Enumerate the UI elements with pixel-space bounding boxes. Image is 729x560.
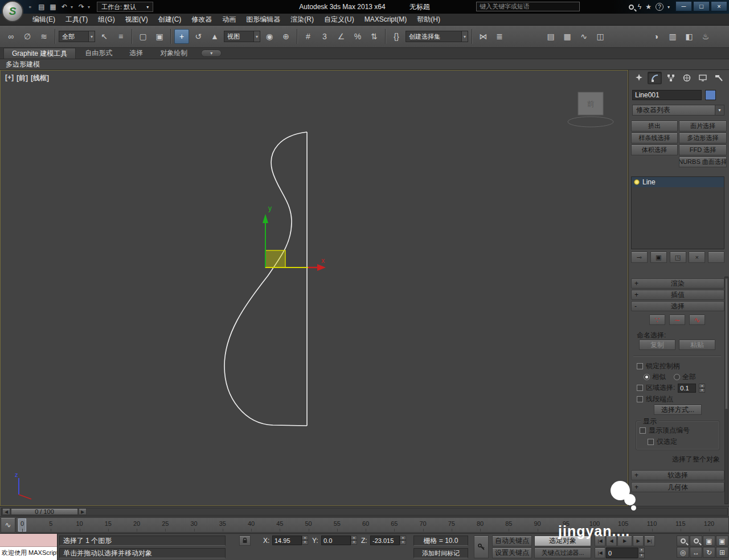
open-file-icon[interactable]: ▤ xyxy=(36,2,47,12)
line001-spline[interactable] xyxy=(224,132,307,426)
key-mode-toggle-icon[interactable]: |◀ xyxy=(595,547,605,558)
object-color-swatch[interactable] xyxy=(705,90,716,100)
rollout-geometry[interactable]: + 几何体 xyxy=(631,482,724,492)
workspace-dropdown[interactable]: 工作台: 默认 ▾ xyxy=(97,2,153,12)
next-frame-icon[interactable]: ▶ xyxy=(633,536,644,546)
manage-layers-icon[interactable]: ▤ xyxy=(543,29,558,44)
z-value[interactable]: -23.015 xyxy=(370,536,400,545)
stack-row-line[interactable]: Line xyxy=(632,177,724,187)
vertex-subobject-button[interactable]: ∵ xyxy=(649,315,665,325)
material-editor-icon[interactable]: ◑ xyxy=(649,29,664,44)
viewport-general-menu[interactable]: [+] xyxy=(5,73,14,83)
help-caret-icon[interactable]: ▾ xyxy=(667,5,670,10)
motion-tab[interactable] xyxy=(679,72,694,84)
curve-editor-icon[interactable]: ∿ xyxy=(576,29,591,44)
menu-item-4[interactable]: 创建(C) xyxy=(153,14,187,26)
z-coordinate-field[interactable]: -23.015 ▴▾ xyxy=(370,536,406,545)
menu-item-1[interactable]: 工具(T) xyxy=(60,14,93,26)
select-and-rotate-icon[interactable]: ↺ xyxy=(191,29,206,44)
move-gizmo[interactable]: y x xyxy=(263,204,326,271)
minimize-button[interactable]: ─ xyxy=(675,1,692,11)
menu-item-6[interactable]: 动画 xyxy=(217,14,241,26)
configure-modifier-sets-icon[interactable] xyxy=(708,252,724,263)
segment-subobject-button[interactable]: ∼ xyxy=(669,315,685,325)
rollout-rendering[interactable]: + 渲染 xyxy=(631,278,724,289)
mini-curve-editor-icon[interactable]: ∿ xyxy=(1,517,15,533)
modifier-button-面片选择[interactable]: 面片选择 xyxy=(679,121,727,131)
spinner-snap-toggle-icon[interactable]: ⇅ xyxy=(367,29,382,44)
menu-item-3[interactable]: 视图(V) xyxy=(120,14,153,26)
search-icon[interactable] xyxy=(629,5,634,10)
keyboard-shortcut-override-toggle-icon[interactable]: # xyxy=(301,29,316,44)
x-coordinate-field[interactable]: 14.95 ▴▾ xyxy=(272,536,308,545)
redo-icon[interactable]: ↷ xyxy=(76,2,87,12)
zoom-icon[interactable] xyxy=(677,536,689,546)
close-button[interactable]: × xyxy=(711,1,727,11)
remove-modifier-icon[interactable]: × xyxy=(689,252,705,263)
rollout-interpolation[interactable]: + 插值 xyxy=(631,290,724,300)
window-crossing-toggle-icon[interactable]: ▣ xyxy=(152,29,167,44)
3dsmax-logo-icon[interactable]: S xyxy=(2,1,23,22)
panel-scrollbar-thumb[interactable] xyxy=(725,278,728,409)
menu-item-0[interactable]: 编辑(E) xyxy=(27,14,60,26)
infocenter-search-input[interactable]: 键入关键字或短语 xyxy=(476,2,580,11)
spline-subobject-button[interactable]: ∿ xyxy=(689,315,705,325)
render-production-icon[interactable]: ♨ xyxy=(698,29,713,44)
z-spinner[interactable]: ▴▾ xyxy=(400,536,406,545)
named-selection-sets-dropdown[interactable]: 创建选择集▾ xyxy=(406,31,468,42)
angle-snap-toggle-icon[interactable]: ∠ xyxy=(334,29,349,44)
undo-dropdown-icon[interactable]: ▾ xyxy=(71,5,75,10)
x-value[interactable]: 14.95 xyxy=(272,536,302,545)
y-value[interactable]: 0.0 xyxy=(321,536,351,545)
viewport-pov-menu[interactable]: [前] xyxy=(17,73,28,83)
select-by-name-icon[interactable]: ≡ xyxy=(113,29,128,44)
favorites-star-icon[interactable]: ★ xyxy=(645,3,652,11)
maximize-viewport-toggle-icon[interactable]: ⊞ xyxy=(716,547,728,558)
go-to-end-icon[interactable]: ▶| xyxy=(644,536,655,546)
menu-item-8[interactable]: 渲染(R) xyxy=(285,14,319,26)
maximize-button[interactable]: □ xyxy=(693,1,710,11)
macro-recorder-field[interactable] xyxy=(0,534,57,547)
similar-radio[interactable] xyxy=(644,374,650,380)
menu-item-5[interactable]: 修改器 xyxy=(186,14,217,26)
ribbon-tab-object-paint[interactable]: 对象绘制 xyxy=(152,48,195,59)
modifier-button-样条线选择[interactable]: 样条线选择 xyxy=(631,133,678,143)
ribbon-tab-selection[interactable]: 选择 xyxy=(121,48,151,59)
ribbon-panel-polygon-modeling[interactable]: 多边形建模 xyxy=(0,59,729,70)
new-scene-icon[interactable]: ▫ xyxy=(25,2,35,12)
modifier-button-NURBS 曲面选择[interactable]: NURBS 曲面选择 xyxy=(679,157,727,167)
make-unique-icon[interactable]: ◳ xyxy=(670,252,686,263)
zoom-all-icon[interactable] xyxy=(690,536,702,546)
add-time-tag-field[interactable]: 添加时间标记 xyxy=(413,548,468,558)
key-filters-button[interactable]: 关键点过滤器... xyxy=(534,547,591,558)
viewcube[interactable]: 前 xyxy=(568,92,613,127)
save-file-icon[interactable]: ▦ xyxy=(48,2,58,12)
selection-filter-dropdown[interactable]: 全部▾ xyxy=(59,31,95,42)
ribbon-minimize-toggle-icon[interactable]: ▾ xyxy=(201,50,222,57)
next-frame-arrow-icon[interactable]: ▶ xyxy=(79,508,87,515)
y-spinner[interactable]: ▴▾ xyxy=(351,536,357,545)
selection-lock-toggle[interactable] xyxy=(239,536,251,546)
paste-button[interactable]: 粘贴 xyxy=(679,340,715,350)
create-tab[interactable] xyxy=(632,72,646,84)
time-slider-handle[interactable]: 0 / 100 xyxy=(11,508,78,515)
modifier-stack[interactable]: Line xyxy=(631,176,724,249)
panel-scrollbar[interactable] xyxy=(724,277,728,504)
previous-frame-arrow-icon[interactable]: ◀ xyxy=(2,508,10,515)
zoom-extents-all-icon[interactable]: ▣ xyxy=(716,536,728,546)
maxscript-mini-listener[interactable]: 欢迎使用 MAXScript xyxy=(0,534,58,560)
copy-button[interactable]: 复制 xyxy=(639,340,675,350)
rendered-frame-window-icon[interactable]: ◧ xyxy=(682,29,697,44)
select-and-uniform-scale-icon[interactable]: ▲ xyxy=(207,29,222,44)
listener-field[interactable]: 欢迎使用 MAXScript xyxy=(0,547,57,560)
select-by-button[interactable]: 选择方式... xyxy=(654,405,702,415)
field-of-view-icon[interactable]: ◎ xyxy=(677,547,689,558)
align-icon[interactable]: ≣ xyxy=(492,29,507,44)
selected-only-checkbox[interactable] xyxy=(648,439,654,445)
area-selection-checkbox[interactable] xyxy=(637,385,643,391)
time-slider-track[interactable]: ◀ 0 / 100 ▶ xyxy=(1,508,728,516)
select-object-icon[interactable]: ↖ xyxy=(97,29,112,44)
menu-item-10[interactable]: MAXScript(M) xyxy=(359,14,412,26)
viewport-front[interactable]: y x z 前 [+] [前] [线框] xyxy=(0,70,628,506)
rollout-soft-selection[interactable]: + 软选择 xyxy=(631,470,724,480)
